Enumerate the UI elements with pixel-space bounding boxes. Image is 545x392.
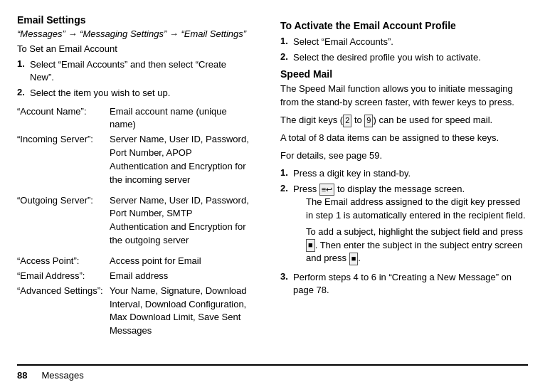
activate-title: To Activate the Email Account Profile — [280, 20, 528, 31]
speed-step-1-content: Press a digit key in stand-by. — [293, 167, 528, 180]
para2-mid: to — [351, 115, 364, 125]
speed-mail-para1: The Speed Mail function allows you to in… — [280, 83, 528, 110]
page-number: 88 — [17, 370, 27, 381]
set-account-title: To Set an Email Account — [17, 43, 252, 54]
step-1-number: 1. — [17, 58, 27, 69]
speed-mail-para3: A total of 8 data items can be assigned … — [280, 132, 528, 145]
set-account-steps: 1. Select “Email Accounts” and then sele… — [17, 58, 252, 100]
speed-step-3-content: Perform steps 4 to 6 in “Creating a New … — [293, 271, 528, 297]
email-settings-title: Email Settings — [17, 14, 252, 26]
indent2-icon2: ■ — [349, 253, 359, 265]
table-row — [17, 248, 252, 254]
activate-step-2: 2. Select the desired profile you wish t… — [280, 51, 528, 64]
step2-indent2: To add a subject, highlight the subject … — [306, 226, 528, 266]
indent2-icon: ■ — [306, 239, 315, 252]
activate-step-2-content: Select the desired profile you wish to a… — [293, 51, 528, 64]
speed-mail-para2: The digit keys (2 to 9) can be used for … — [280, 114, 528, 127]
table-row: “Outgoing Server”: Server Name, User ID,… — [17, 194, 252, 248]
table-label-incoming: “Incoming Server”: — [17, 132, 110, 187]
indent2-mid: . Then enter the subject in the subject … — [306, 240, 522, 264]
speed-mail-para4: For details, see page 59. — [280, 149, 528, 163]
step-2: 2. Select the item you wish to set up. — [17, 87, 252, 100]
activate-steps: 1. Select “Email Accounts”. 2. Select th… — [280, 36, 528, 64]
speed-step-2: 2. Press ≡↩ to display the message scree… — [280, 183, 528, 268]
para2-end: ) can be used for speed mail. — [373, 115, 492, 125]
settings-table: “Account Name”: Email account name (uniq… — [17, 105, 252, 339]
indent2-start: To add a subject, highlight the subject … — [306, 226, 523, 237]
table-value-incoming: Server Name, User ID, Password, Port Num… — [110, 132, 252, 187]
page-label: Messages — [41, 370, 83, 381]
table-value-email: Email address — [110, 269, 252, 284]
table-row: “Incoming Server”: Server Name, User ID,… — [17, 132, 252, 187]
speed-step-2-content: Press ≡↩ to display the message screen. … — [293, 183, 528, 268]
table-value-access: Access point for Email — [110, 254, 252, 269]
table-value-account: Email account name (unique name) — [110, 105, 252, 133]
activate-step-1-number: 1. — [280, 36, 290, 46]
speed-step-1: 1. Press a digit key in stand-by. — [280, 167, 528, 180]
table-value-outgoing: Server Name, User ID, Password, Port Num… — [110, 194, 252, 248]
footer: 88 Messages — [17, 364, 528, 381]
indent2-end: . — [358, 253, 361, 263]
content-area: Email Settings “Messages” → “Messaging S… — [17, 14, 528, 360]
speed-mail-title: Speed Mail — [280, 68, 528, 80]
speed-mail-steps: 1. Press a digit key in stand-by. 2. Pre… — [280, 167, 528, 297]
email-settings-subtitle: “Messages” → “Messaging Settings” → “Ema… — [17, 28, 252, 39]
page-container: Email Settings “Messages” → “Messaging S… — [0, 0, 545, 392]
step2-after-icon: to display the message screen. — [334, 184, 465, 194]
table-row: “Account Name”: Email account name (uniq… — [17, 105, 252, 133]
speed-step-3-number: 3. — [280, 271, 290, 282]
table-label-account: “Account Name”: — [17, 105, 110, 133]
key-9-icon: 9 — [364, 115, 373, 127]
table-value-advanced: Your Name, Signature, Download Interval,… — [110, 284, 252, 339]
table-row: “Access Point”: Access point for Email — [17, 254, 252, 269]
table-label-outgoing: “Outgoing Server”: — [17, 194, 110, 248]
step2-key-icon: ≡↩ — [319, 184, 334, 196]
left-column: Email Settings “Messages” → “Messaging S… — [17, 14, 259, 360]
table-label-access: “Access Point”: — [17, 254, 110, 269]
table-label-advanced: “Advanced Settings”: — [17, 284, 110, 339]
step2-before-icon: Press — [293, 184, 319, 194]
table-label-email: “Email Address”: — [17, 269, 110, 284]
key-2-icon: 2 — [343, 115, 351, 127]
table-row: “Advanced Settings”: Your Name, Signatur… — [17, 284, 252, 339]
table-row — [17, 188, 252, 194]
step2-indent1: The Email address assigned to the digit … — [306, 196, 528, 223]
activate-step-1-content: Select “Email Accounts”. — [293, 36, 528, 48]
table-row: “Email Address”: Email address — [17, 269, 252, 284]
speed-step-3: 3. Perform steps 4 to 6 in “Creating a N… — [280, 271, 528, 297]
activate-step-1: 1. Select “Email Accounts”. — [280, 36, 528, 48]
step-1-content: Select “Email Accounts” and then select … — [30, 58, 252, 84]
step-2-number: 2. — [17, 87, 27, 97]
step-2-content: Select the item you wish to set up. — [30, 87, 252, 100]
activate-step-2-number: 2. — [280, 51, 290, 62]
speed-step-1-number: 1. — [280, 167, 290, 178]
step-1: 1. Select “Email Accounts” and then sele… — [17, 58, 252, 84]
para2-start: The digit keys ( — [280, 115, 343, 125]
right-column: To Activate the Email Account Profile 1.… — [273, 14, 528, 360]
speed-step-2-number: 2. — [280, 183, 290, 194]
